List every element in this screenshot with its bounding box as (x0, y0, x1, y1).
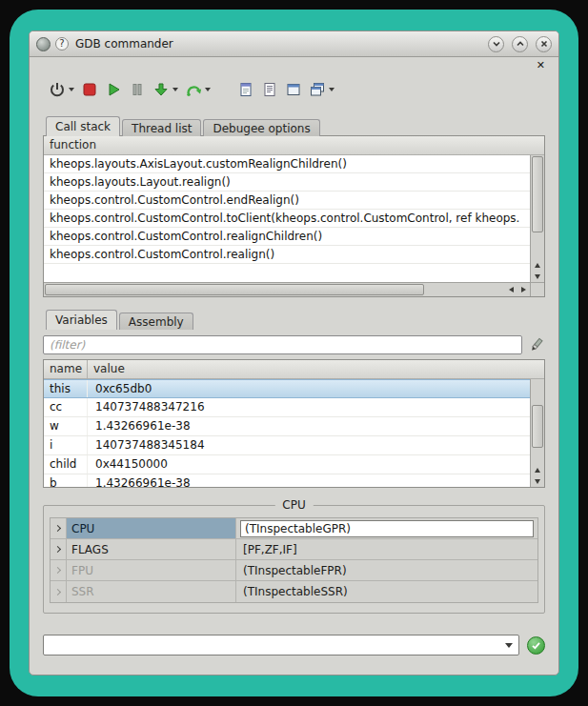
chevron-down-icon[interactable] (205, 88, 211, 91)
run-button[interactable] (105, 79, 122, 100)
step-over-icon (185, 81, 202, 98)
cpu-row[interactable]: FLAGS [PF,ZF,IF] (51, 539, 537, 560)
scroll-up-button[interactable] (531, 259, 544, 271)
cpu-row[interactable]: FPU (TInspectableFPR) (51, 560, 537, 581)
variable-row[interactable]: cc 140737488347216 (44, 398, 530, 417)
frames-button[interactable] (285, 79, 302, 100)
scroll-right-button[interactable] (517, 283, 530, 296)
triangle-down-icon (535, 479, 540, 484)
minimize-button[interactable] (488, 36, 504, 52)
app-window-icon (285, 81, 302, 98)
power-icon (49, 81, 66, 98)
log-button[interactable] (261, 79, 278, 100)
call-stack-row[interactable]: kheops.control.CustomControl.toClient(kh… (44, 210, 530, 228)
vertical-scrollbar[interactable] (530, 379, 544, 487)
debug-toolbar (43, 75, 545, 104)
name-column-header[interactable]: name (44, 360, 88, 378)
triangle-down-icon (535, 274, 540, 279)
variable-value: 1.43266961e-38 (88, 417, 530, 435)
expand-button[interactable] (51, 560, 67, 580)
register-group-name[interactable]: SSR (67, 581, 236, 602)
titlebar[interactable]: ? GDB commander (30, 31, 558, 57)
watch-button[interactable] (309, 79, 335, 100)
window-body: ✕ (30, 57, 558, 675)
variable-name: this (44, 380, 88, 397)
register-value-text: (TInspectableSSR) (240, 585, 348, 598)
chevron-right-icon (53, 588, 60, 595)
clear-filter-icon[interactable] (528, 336, 545, 353)
register-group-name[interactable]: FLAGS (67, 539, 236, 559)
scroll-up-button[interactable] (531, 464, 544, 475)
register-group-value: (TInspectableGPR) (236, 518, 537, 538)
register-group-name[interactable]: CPU (67, 518, 236, 538)
cpu-row[interactable]: CPU (TInspectableGPR) (51, 518, 537, 539)
variable-row[interactable]: this 0xc65db0 (44, 379, 530, 398)
register-value-text: (TInspectableFPR) (240, 564, 347, 577)
step-over-button[interactable] (185, 79, 211, 100)
chevron-down-icon[interactable] (172, 88, 178, 91)
register-group-value: (TInspectableFPR) (236, 560, 537, 580)
tab-assembly[interactable]: Assembly (119, 313, 193, 330)
chevron-down-icon[interactable] (505, 643, 513, 648)
cpu-register-grid: CPU (TInspectableGPR) FLAGS [PF,ZF,IF] F… (50, 517, 538, 603)
variable-row[interactable]: child 0x44150000 (44, 455, 530, 474)
expand-button[interactable] (51, 518, 67, 538)
variable-row[interactable]: i 140737488345184 (44, 436, 530, 455)
scroll-down-button[interactable] (531, 271, 544, 282)
chevron-down-icon[interactable] (329, 88, 335, 91)
call-stack-row[interactable]: kheops.layouts.Layout.realign() (44, 173, 530, 192)
triangle-up-icon (535, 263, 540, 268)
scrollbar-thumb[interactable] (45, 284, 424, 295)
cpu-groupbox: CPU CPU (TInspectableGPR) FLAGS [PF,ZF,I… (43, 505, 545, 614)
report-button[interactable] (237, 79, 254, 100)
horizontal-scrollbar[interactable] (44, 282, 530, 296)
command-combobox[interactable] (43, 635, 519, 656)
call-stack-row[interactable]: kheops.control.CustomControl.realign() (44, 246, 530, 264)
variable-row[interactable]: b 1.43266961e-38 (44, 474, 530, 487)
help-icon[interactable]: ? (55, 37, 69, 50)
close-button[interactable] (536, 36, 552, 52)
middle-tab-bar: Variables Assembly (43, 309, 545, 330)
windows-stack-icon (309, 81, 326, 98)
chevron-down-icon[interactable] (69, 88, 74, 91)
tab-variables[interactable]: Variables (46, 310, 117, 330)
vertical-scrollbar[interactable] (530, 155, 544, 282)
power-button[interactable] (49, 79, 74, 100)
tab-call-stack[interactable]: Call stack (46, 116, 120, 136)
scroll-down-button[interactable] (531, 475, 544, 487)
call-stack-row[interactable]: kheops.layouts.AxisLayout.customRealignC… (44, 155, 530, 173)
call-stack-row[interactable]: kheops.control.CustomControl.realignChil… (44, 228, 530, 246)
run-icon (105, 81, 122, 98)
tab-thread-list[interactable]: Thread list (122, 119, 201, 136)
maximize-button[interactable] (512, 36, 528, 52)
scroll-left-button[interactable] (505, 283, 517, 296)
scrollbar-thumb[interactable] (532, 156, 543, 232)
expand-button[interactable] (51, 539, 67, 559)
variables-list: this 0xc65db0 cc 140737488347216 w 1.432… (44, 379, 530, 487)
dock-close-button[interactable]: ✕ (537, 60, 545, 71)
register-group-name[interactable]: FPU (67, 560, 236, 580)
value-column-header[interactable]: value (88, 360, 544, 378)
variable-value: 140737488347216 (88, 398, 530, 416)
variable-row[interactable]: w 1.43266961e-38 (44, 417, 530, 436)
variable-name: b (44, 474, 88, 487)
stop-button[interactable] (81, 79, 98, 100)
variable-name: w (44, 417, 88, 435)
call-stack-column-header[interactable]: function (44, 136, 544, 155)
command-input[interactable] (50, 636, 499, 654)
call-stack-row[interactable]: kheops.control.CustomControl.endRealign(… (44, 192, 530, 210)
scrollbar-thumb[interactable] (532, 405, 543, 448)
variable-name: i (44, 436, 88, 454)
cpu-row[interactable]: SSR (TInspectableSSR) (51, 581, 537, 602)
scrollbar-buttons (531, 259, 544, 282)
call-stack-panel: function kheops.layouts.AxisLayout.custo… (43, 135, 545, 297)
execute-button[interactable] (527, 636, 545, 655)
filter-input[interactable] (43, 335, 522, 354)
expand-button[interactable] (51, 581, 67, 602)
chevron-right-icon (53, 567, 60, 574)
inline-editor[interactable]: (TInspectableGPR) (240, 520, 534, 537)
step-into-button[interactable] (152, 79, 178, 100)
document-icon (237, 81, 254, 98)
tab-debugee-options[interactable]: Debugee options (203, 119, 319, 136)
pause-button[interactable] (129, 79, 146, 100)
